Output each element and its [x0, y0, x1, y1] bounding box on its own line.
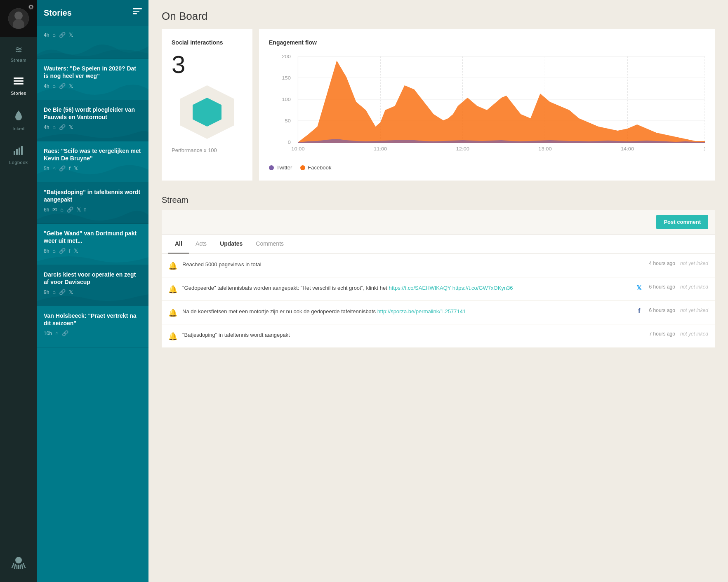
svg-rect-8: [19, 148, 20, 155]
left-navigation: ⚙ ≋ Stream Stories Inked: [0, 0, 37, 582]
stream-entry-text: "Batjesdoping" in tafeltennis wordt aang…: [182, 331, 629, 339]
stream-entry: 🔔 "Batjesdoping" in tafeltennis wordt aa…: [162, 324, 715, 348]
dashboard-row: Social interactions 3 Performance x 100 …: [148, 29, 728, 189]
tab-updates[interactable]: Updates: [213, 235, 249, 253]
story-item[interactable]: De Bie (56) wordt ploegleider van Pauwel…: [37, 100, 148, 141]
story-item[interactable]: "Gelbe Wand" van Dortmund pakt weer uit …: [37, 224, 148, 265]
story-item[interactable]: Wauters: "De Spelen in 2020? Dat is nog …: [37, 59, 148, 100]
brand-logo: [0, 547, 37, 582]
svg-rect-7: [16, 149, 18, 155]
logbook-icon: [14, 146, 24, 157]
svg-rect-5: [14, 83, 24, 84]
stream-content: Post comment All Acts Updates Comments 🔔…: [162, 210, 715, 348]
gear-icon[interactable]: ⚙: [28, 3, 34, 11]
home-icon: ⌂: [55, 330, 59, 336]
tab-acts[interactable]: Acts: [189, 235, 213, 253]
svg-text:14:00: 14:00: [621, 146, 634, 152]
avatar[interactable]: [8, 8, 29, 29]
twitter-icon: 𝕏: [74, 248, 78, 254]
twitter-label: Twitter: [276, 164, 292, 171]
svg-text:0: 0: [288, 140, 291, 145]
story-item[interactable]: Darcis kiest voor operatie en zegt af vo…: [37, 265, 148, 306]
stream-tabs: All Acts Updates Comments: [162, 235, 715, 254]
svg-point-10: [15, 557, 22, 563]
story-item[interactable]: "Batjesdoping" in tafeltennis wordt aang…: [37, 183, 148, 224]
home-icon: ⌂: [52, 83, 56, 89]
stream-inked-status: not yet inked: [680, 307, 708, 313]
story-time: 6h: [44, 207, 49, 213]
stream-entry: 🔔 "Gedopeerde" tafeltennisbats worden aa…: [162, 277, 715, 301]
sidebar-item-stories[interactable]: Stories: [0, 70, 37, 103]
social-number: 3: [172, 52, 243, 77]
stories-title: Stories: [44, 8, 72, 18]
home-icon: ⌂: [60, 207, 64, 213]
stream-entry: 🔔 Na de koersfietsen met een motortje zi…: [162, 301, 715, 324]
story-time: 9h: [44, 289, 49, 295]
link-3[interactable]: http://sporza.be/permalink/1.2577141: [377, 308, 466, 314]
svg-text:12:00: 12:00: [456, 146, 470, 152]
link-2[interactable]: https://t.co/GW7xOKyn36: [452, 285, 513, 291]
story-title: De Bie (56) wordt ploegleider van Pauwel…: [44, 106, 142, 121]
twitter-icon: 𝕏: [69, 32, 73, 38]
link-icon: 🔗: [67, 207, 73, 213]
social-interactions-card: Social interactions 3 Performance x 100: [162, 29, 252, 181]
svg-text:13:00: 13:00: [538, 146, 552, 152]
tab-all[interactable]: All: [168, 235, 189, 253]
sidebar-item-logbook[interactable]: Logbook: [0, 138, 37, 172]
stream-entry-text: "Gedopeerde" tafeltennisbats worden aang…: [182, 284, 629, 292]
social-card-title: Social interactions: [172, 39, 243, 46]
svg-rect-13: [133, 13, 137, 14]
stream-entry-text: Reached 5000 pageviews in total: [182, 260, 629, 269]
facebook-icon: f: [69, 248, 71, 254]
story-item[interactable]: Van Holsbeeck: "Praet vertrekt na dit se…: [37, 306, 148, 347]
story-time: 5h: [44, 166, 49, 171]
home-icon: ⌂: [52, 289, 56, 295]
story-time: 4h: [44, 32, 49, 38]
hex-outer: [180, 85, 234, 139]
story-item[interactable]: Raes: "Scifo was te vergelijken met Kevi…: [37, 141, 148, 183]
tab-comments[interactable]: Comments: [249, 235, 290, 253]
sidebar-item-inked[interactable]: Inked: [0, 103, 37, 138]
svg-rect-12: [133, 11, 139, 12]
story-title: "Gelbe Wand" van Dortmund pakt weer uit …: [44, 230, 142, 244]
sidebar-item-label: Stream: [11, 58, 26, 63]
stream-entry: 🔔 Reached 5000 pageviews in total 4 hour…: [162, 254, 715, 277]
bell-icon: 🔔: [168, 332, 177, 341]
post-comment-button[interactable]: Post comment: [656, 215, 708, 229]
home-icon: ⌂: [52, 32, 56, 38]
twitter-icon: 𝕏: [69, 124, 73, 130]
link-icon: 🔗: [59, 248, 66, 254]
facebook-icon: f: [84, 207, 86, 213]
stream-entry-text: Na de koersfietsen met een motortje zijn…: [182, 307, 629, 316]
stories-panel: Stories 4h ⌂ 🔗 𝕏 Wauters: "De Spelen in …: [37, 0, 148, 582]
svg-rect-6: [14, 151, 15, 155]
svg-text:11:00: 11:00: [374, 146, 387, 152]
svg-text:50: 50: [285, 118, 291, 124]
home-icon: ⌂: [52, 248, 56, 254]
email-icon: ✉: [52, 207, 57, 213]
svg-text:200: 200: [282, 54, 291, 59]
twitter-dot: [269, 165, 274, 170]
stories-icon: [14, 77, 24, 88]
link-1[interactable]: https://t.co/SAEHWIKAQY: [389, 285, 451, 291]
home-icon: ⌂: [52, 165, 56, 171]
story-time: 4h: [44, 83, 49, 89]
twitter-icon: 𝕏: [77, 207, 81, 213]
home-icon: ⌂: [52, 124, 56, 130]
svg-text:150: 150: [282, 75, 291, 81]
sidebar-item-stream[interactable]: ≋ Stream: [0, 37, 37, 70]
svg-point-1: [14, 12, 23, 20]
stream-inked-status: not yet inked: [680, 260, 708, 266]
stream-time: 4 hours ago: [649, 260, 675, 266]
sidebar-item-label: Inked: [12, 126, 24, 131]
svg-rect-11: [133, 8, 142, 9]
story-title: Van Holsbeeck: "Praet vertrekt na dit se…: [44, 312, 142, 327]
twitter-icon: 𝕏: [69, 83, 73, 89]
story-item[interactable]: 4h ⌂ 🔗 𝕏: [37, 26, 148, 59]
twitter-icon: 𝕏: [69, 289, 73, 295]
engagement-chart: 200 150 100 50 0: [269, 52, 705, 160]
bell-icon: 🔔: [168, 261, 177, 270]
facebook-icon: f: [69, 165, 71, 171]
stories-header: Stories: [37, 0, 148, 26]
filter-icon[interactable]: [133, 8, 142, 18]
